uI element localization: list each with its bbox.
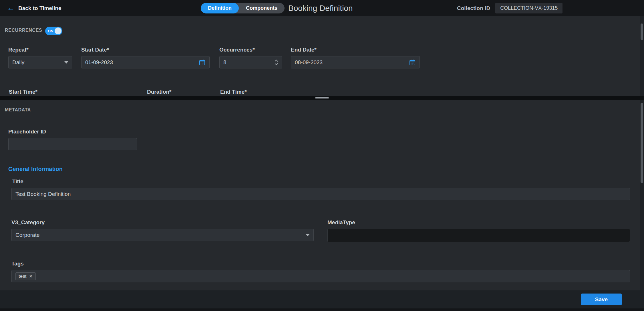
duration-label: Duration* <box>147 89 172 95</box>
repeat-field: Repeat* Daily <box>8 47 72 68</box>
back-to-timeline-link[interactable]: ← Back to Timeline <box>7 0 61 16</box>
start-date-field: Start Date* <box>81 47 210 68</box>
collection-id-group: Collection ID COLLECTION-VX-19315 <box>457 0 562 16</box>
v3-category-field: V3_Category Corporate <box>11 219 314 241</box>
tags-input[interactable]: test ✕ <box>11 270 630 282</box>
booking-definition-page: ← Back to Timeline Definition Components… <box>0 0 644 311</box>
panel-splitter[interactable] <box>0 96 644 100</box>
definition-components-toggle: Definition Components <box>201 3 285 13</box>
title-input[interactable] <box>15 191 626 197</box>
recurrences-panel: RECURRENCES ON Repeat* Daily Start Date* <box>0 16 644 96</box>
start-time-label: Start Time* <box>9 89 37 95</box>
end-date-field: End Date* <box>291 47 420 68</box>
occurrences-field: Occurrences* <box>219 47 282 68</box>
v3-category-label: V3_Category <box>11 219 314 226</box>
end-date-control <box>291 56 420 68</box>
toggle-on-label: ON <box>48 29 53 33</box>
tags-field: Tags test ✕ <box>11 261 630 282</box>
bottom-bar: Save <box>0 290 644 308</box>
splitter-grip-icon <box>315 97 329 99</box>
recurrences-section-label: RECURRENCES <box>5 28 42 33</box>
chevron-down-icon <box>306 234 310 236</box>
page-title: Booking Definition <box>288 0 353 16</box>
occurrences-label: Occurrences* <box>219 47 282 53</box>
scrollbar-thumb-bottom[interactable] <box>641 103 643 183</box>
occurrences-control <box>219 56 282 68</box>
end-time-label: End Time* <box>220 89 247 95</box>
tag-chip-label: test <box>19 273 26 279</box>
chevron-down-icon <box>64 61 68 64</box>
scrollbar-thumb-top[interactable] <box>641 23 643 40</box>
media-type-field: MediaType <box>327 219 630 242</box>
metadata-section-label: METADATA <box>5 107 31 113</box>
general-information-link[interactable]: General Information <box>8 166 63 172</box>
placeholder-id-input[interactable] <box>12 141 133 147</box>
number-stepper-icon[interactable] <box>275 60 278 65</box>
media-type-label: MediaType <box>327 219 630 226</box>
start-date-input[interactable] <box>85 59 199 66</box>
v3-category-value: Corporate <box>15 232 40 238</box>
title-label: Title <box>12 178 630 185</box>
back-to-timeline-label: Back to Timeline <box>18 5 61 11</box>
repeat-value: Daily <box>12 59 24 66</box>
placeholder-id-control <box>8 138 137 150</box>
repeat-label: Repeat* <box>8 47 72 53</box>
placeholder-id-label: Placeholder ID <box>8 129 137 135</box>
bottom-strip <box>0 308 644 311</box>
top-bar: ← Back to Timeline Definition Components… <box>0 0 644 16</box>
tag-chip: test ✕ <box>15 272 36 280</box>
media-type-input[interactable] <box>331 232 626 239</box>
save-button[interactable]: Save <box>581 294 622 305</box>
start-date-control <box>81 56 210 68</box>
repeat-select[interactable]: Daily <box>8 56 72 68</box>
title-field: Title <box>11 178 630 200</box>
recurrences-toggle[interactable]: ON <box>45 27 62 35</box>
end-date-input[interactable] <box>295 59 409 66</box>
tab-definition[interactable]: Definition <box>201 3 239 13</box>
tag-remove-icon[interactable]: ✕ <box>29 274 33 278</box>
placeholder-id-field: Placeholder ID <box>8 129 137 150</box>
title-control <box>11 188 630 200</box>
v3-category-select[interactable]: Corporate <box>11 229 314 241</box>
tags-label: Tags <box>11 261 630 267</box>
toggle-knob-icon <box>55 27 61 34</box>
tab-components[interactable]: Components <box>239 3 285 13</box>
occurrences-input[interactable] <box>223 59 275 66</box>
end-date-label: End Date* <box>291 47 420 53</box>
collection-id-label: Collection ID <box>457 5 490 11</box>
media-type-control <box>327 229 630 242</box>
back-arrow-icon: ← <box>7 4 15 12</box>
calendar-icon[interactable] <box>199 59 206 66</box>
calendar-icon[interactable] <box>409 59 416 66</box>
collection-id-value: COLLECTION-VX-19315 <box>495 3 562 13</box>
start-date-label: Start Date* <box>81 47 210 53</box>
metadata-panel: METADATA Placeholder ID General Informat… <box>0 100 644 290</box>
